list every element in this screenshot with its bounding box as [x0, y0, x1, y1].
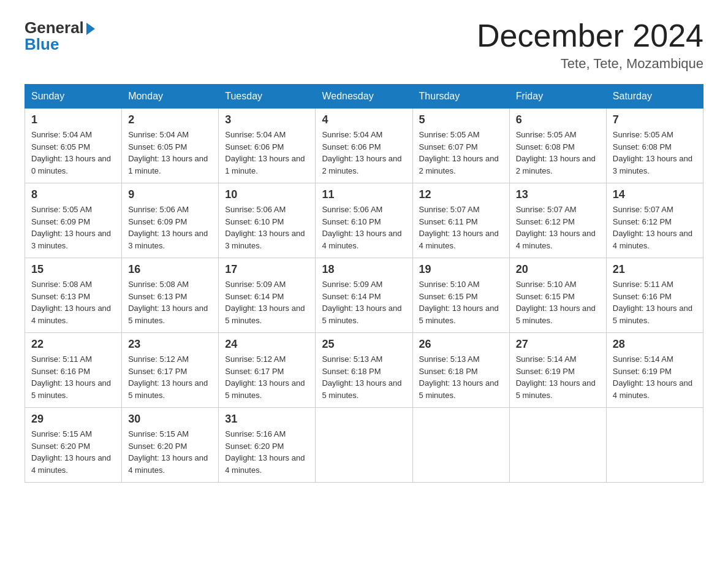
- day-number: 3: [225, 113, 309, 126]
- calendar-day-cell: 14 Sunrise: 5:07 AMSunset: 6:12 PMDaylig…: [606, 183, 703, 258]
- calendar-day-cell: 10 Sunrise: 5:06 AMSunset: 6:10 PMDaylig…: [219, 183, 316, 258]
- calendar-empty-cell: [316, 408, 412, 483]
- calendar-week-row: 8 Sunrise: 5:05 AMSunset: 6:09 PMDayligh…: [25, 183, 703, 258]
- calendar-day-cell: 2 Sunrise: 5:04 AMSunset: 6:05 PMDayligh…: [122, 109, 219, 183]
- calendar-day-cell: 18 Sunrise: 5:09 AMSunset: 6:14 PMDaylig…: [316, 258, 412, 333]
- day-info: Sunrise: 5:08 AMSunset: 6:13 PMDaylight:…: [128, 280, 208, 325]
- logo-arrow-icon: [86, 23, 95, 35]
- page-header: General Blue December 2024 Tete, Tete, M…: [25, 18, 703, 72]
- day-info: Sunrise: 5:11 AMSunset: 6:16 PMDaylight:…: [31, 354, 111, 400]
- calendar-day-cell: 3 Sunrise: 5:04 AMSunset: 6:06 PMDayligh…: [219, 109, 316, 183]
- calendar-empty-cell: [606, 408, 703, 483]
- day-info: Sunrise: 5:11 AMSunset: 6:16 PMDaylight:…: [613, 280, 692, 325]
- day-number: 22: [31, 338, 115, 351]
- day-info: Sunrise: 5:13 AMSunset: 6:18 PMDaylight:…: [419, 354, 499, 400]
- day-info: Sunrise: 5:12 AMSunset: 6:17 PMDaylight:…: [225, 354, 305, 400]
- calendar-empty-cell: [412, 408, 509, 483]
- day-info: Sunrise: 5:04 AMSunset: 6:05 PMDaylight:…: [31, 130, 111, 175]
- day-number: 21: [613, 263, 697, 276]
- day-info: Sunrise: 5:06 AMSunset: 6:10 PMDaylight:…: [225, 205, 305, 250]
- day-number: 1: [31, 113, 115, 126]
- day-info: Sunrise: 5:06 AMSunset: 6:10 PMDaylight:…: [322, 205, 401, 250]
- calendar-day-cell: 28 Sunrise: 5:14 AMSunset: 6:19 PMDaylig…: [606, 333, 703, 408]
- calendar-empty-cell: [509, 408, 606, 483]
- day-number: 29: [31, 413, 115, 426]
- calendar-week-row: 29 Sunrise: 5:15 AMSunset: 6:20 PMDaylig…: [25, 408, 703, 483]
- day-info: Sunrise: 5:10 AMSunset: 6:15 PMDaylight:…: [419, 280, 499, 325]
- calendar-day-cell: 29 Sunrise: 5:15 AMSunset: 6:20 PMDaylig…: [25, 408, 122, 483]
- day-info: Sunrise: 5:04 AMSunset: 6:06 PMDaylight:…: [322, 130, 401, 175]
- day-info: Sunrise: 5:07 AMSunset: 6:12 PMDaylight:…: [613, 205, 692, 250]
- month-title: December 2024: [477, 18, 703, 53]
- calendar-day-cell: 13 Sunrise: 5:07 AMSunset: 6:12 PMDaylig…: [509, 183, 606, 258]
- logo: General Blue: [25, 18, 95, 54]
- day-info: Sunrise: 5:15 AMSunset: 6:20 PMDaylight:…: [31, 429, 111, 475]
- calendar-table: SundayMondayTuesdayWednesdayThursdayFrid…: [25, 84, 703, 483]
- day-info: Sunrise: 5:07 AMSunset: 6:12 PMDaylight:…: [516, 205, 596, 250]
- day-info: Sunrise: 5:12 AMSunset: 6:17 PMDaylight:…: [128, 354, 208, 400]
- calendar-day-cell: 15 Sunrise: 5:08 AMSunset: 6:13 PMDaylig…: [25, 258, 122, 333]
- calendar-header-wednesday: Wednesday: [316, 85, 412, 109]
- calendar-day-cell: 30 Sunrise: 5:15 AMSunset: 6:20 PMDaylig…: [122, 408, 219, 483]
- calendar-day-cell: 17 Sunrise: 5:09 AMSunset: 6:14 PMDaylig…: [219, 258, 316, 333]
- calendar-header-tuesday: Tuesday: [219, 85, 316, 109]
- day-number: 31: [225, 413, 309, 426]
- calendar-header-saturday: Saturday: [606, 85, 703, 109]
- calendar-header-sunday: Sunday: [25, 85, 122, 109]
- day-number: 14: [613, 188, 697, 201]
- calendar-day-cell: 24 Sunrise: 5:12 AMSunset: 6:17 PMDaylig…: [219, 333, 316, 408]
- calendar-day-cell: 5 Sunrise: 5:05 AMSunset: 6:07 PMDayligh…: [412, 109, 509, 183]
- day-number: 25: [322, 338, 406, 351]
- calendar-day-cell: 22 Sunrise: 5:11 AMSunset: 6:16 PMDaylig…: [25, 333, 122, 408]
- location-title: Tete, Tete, Mozambique: [477, 56, 703, 72]
- day-number: 17: [225, 263, 309, 276]
- day-info: Sunrise: 5:16 AMSunset: 6:20 PMDaylight:…: [225, 429, 305, 475]
- day-number: 27: [516, 338, 600, 351]
- calendar-day-cell: 16 Sunrise: 5:08 AMSunset: 6:13 PMDaylig…: [122, 258, 219, 333]
- day-info: Sunrise: 5:08 AMSunset: 6:13 PMDaylight:…: [31, 280, 111, 325]
- day-info: Sunrise: 5:05 AMSunset: 6:08 PMDaylight:…: [613, 130, 692, 175]
- day-number: 26: [419, 338, 503, 351]
- day-number: 9: [128, 188, 212, 201]
- day-number: 11: [322, 188, 406, 201]
- day-number: 30: [128, 413, 212, 426]
- day-number: 2: [128, 113, 212, 126]
- calendar-week-row: 22 Sunrise: 5:11 AMSunset: 6:16 PMDaylig…: [25, 333, 703, 408]
- calendar-header-thursday: Thursday: [412, 85, 509, 109]
- day-info: Sunrise: 5:05 AMSunset: 6:09 PMDaylight:…: [31, 205, 111, 250]
- day-number: 28: [613, 338, 697, 351]
- calendar-week-row: 1 Sunrise: 5:04 AMSunset: 6:05 PMDayligh…: [25, 109, 703, 183]
- calendar-day-cell: 20 Sunrise: 5:10 AMSunset: 6:15 PMDaylig…: [509, 258, 606, 333]
- calendar-day-cell: 31 Sunrise: 5:16 AMSunset: 6:20 PMDaylig…: [219, 408, 316, 483]
- calendar-day-cell: 25 Sunrise: 5:13 AMSunset: 6:18 PMDaylig…: [316, 333, 412, 408]
- day-number: 23: [128, 338, 212, 351]
- calendar-day-cell: 19 Sunrise: 5:10 AMSunset: 6:15 PMDaylig…: [412, 258, 509, 333]
- day-number: 16: [128, 263, 212, 276]
- day-info: Sunrise: 5:09 AMSunset: 6:14 PMDaylight:…: [225, 280, 305, 325]
- calendar-header-monday: Monday: [122, 85, 219, 109]
- day-number: 10: [225, 188, 309, 201]
- day-info: Sunrise: 5:15 AMSunset: 6:20 PMDaylight:…: [128, 429, 208, 475]
- day-info: Sunrise: 5:10 AMSunset: 6:15 PMDaylight:…: [516, 280, 596, 325]
- day-info: Sunrise: 5:04 AMSunset: 6:06 PMDaylight:…: [225, 130, 305, 175]
- calendar-day-cell: 27 Sunrise: 5:14 AMSunset: 6:19 PMDaylig…: [509, 333, 606, 408]
- calendar-day-cell: 11 Sunrise: 5:06 AMSunset: 6:10 PMDaylig…: [316, 183, 412, 258]
- calendar-day-cell: 9 Sunrise: 5:06 AMSunset: 6:09 PMDayligh…: [122, 183, 219, 258]
- day-info: Sunrise: 5:05 AMSunset: 6:08 PMDaylight:…: [516, 130, 596, 175]
- calendar-day-cell: 21 Sunrise: 5:11 AMSunset: 6:16 PMDaylig…: [606, 258, 703, 333]
- day-number: 4: [322, 113, 406, 126]
- day-info: Sunrise: 5:09 AMSunset: 6:14 PMDaylight:…: [322, 280, 401, 325]
- day-number: 20: [516, 263, 600, 276]
- day-info: Sunrise: 5:07 AMSunset: 6:11 PMDaylight:…: [419, 205, 499, 250]
- calendar-header-friday: Friday: [509, 85, 606, 109]
- logo-blue-text: Blue: [25, 35, 59, 54]
- calendar-day-cell: 26 Sunrise: 5:13 AMSunset: 6:18 PMDaylig…: [412, 333, 509, 408]
- day-info: Sunrise: 5:05 AMSunset: 6:07 PMDaylight:…: [419, 130, 499, 175]
- day-info: Sunrise: 5:14 AMSunset: 6:19 PMDaylight:…: [613, 354, 692, 400]
- day-number: 19: [419, 263, 503, 276]
- day-info: Sunrise: 5:06 AMSunset: 6:09 PMDaylight:…: [128, 205, 208, 250]
- calendar-day-cell: 12 Sunrise: 5:07 AMSunset: 6:11 PMDaylig…: [412, 183, 509, 258]
- calendar-day-cell: 8 Sunrise: 5:05 AMSunset: 6:09 PMDayligh…: [25, 183, 122, 258]
- title-section: December 2024 Tete, Tete, Mozambique: [477, 18, 703, 72]
- calendar-header-row: SundayMondayTuesdayWednesdayThursdayFrid…: [25, 85, 703, 109]
